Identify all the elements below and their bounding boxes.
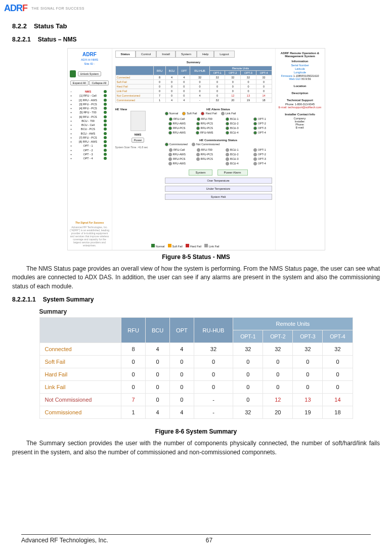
para-summary-section: The Summary section provides the user wi… [12,439,380,457]
nms-sidebar: ADRF ADX-H-NMS Site ID : Unlock System E… [68,49,112,250]
status-item: BCU-2 [220,122,245,125]
tree-node[interactable]: +[5] RFU - 700 [70,110,110,114]
status-item: RFU-AWS [165,122,190,125]
table-row: Link Fail00000000 [39,381,353,394]
status-item: RFU-700 [192,117,217,121]
tab-system[interactable]: System [176,51,197,58]
page-footer: Advanced RF Technologies, Inc. 67 [21,534,371,544]
footer-page-number: 67 [206,537,212,544]
expand-all-button[interactable]: Expand All [70,80,89,85]
commission-status-title: HE Commissioning Status [165,139,272,142]
status-item: BCU-3 [220,157,245,161]
status-item: BCU-2 [220,153,245,156]
site-id-label: Site ID : [70,62,110,65]
tree-node[interactable]: +[3] RFU - PCS [70,102,110,106]
system-summary-table: RFU BCU OPT RU-HUB Remote Units OPT-1OPT… [39,317,353,419]
nms-main-panel: StatusControlInstallSystemHelpLogout Sum… [112,49,275,250]
alarm-legend: Normal Soft Fail Hard Fail Link Fail [165,112,272,115]
tab-status[interactable]: Status [115,51,136,58]
status-item: BCU-4 [220,162,245,165]
info-panel: ADRF Remote Operation & Management Syste… [275,49,325,250]
status-item: OPT-2 [247,153,272,156]
summary-label: Summary [39,308,353,315]
tree-node[interactable]: +BCU - AWS [70,132,110,136]
tab-help[interactable]: Help [197,51,214,58]
figure-8-6-caption: Figure 8-6 System Summary [12,428,380,435]
table-row: Hard Fail00000000 [39,368,353,381]
power-alarm-button[interactable]: Power Alarm [217,169,248,176]
status-item: RFU-AWS [165,131,190,135]
tab-control[interactable]: Control [136,51,156,58]
status-item: RFU-700 [192,148,217,152]
status-item [192,162,217,165]
status-item: RFU-Cell [165,117,190,121]
heading-status-tab: 8.2.2Status Tab [12,22,380,30]
tab-logout[interactable]: Logout [214,51,234,58]
he-view-panel: HE View NMS Power System Scan Time : 41.… [115,108,161,200]
over-temp-label: Over Temperature [165,178,272,184]
tree-node[interactable]: +OPT - 1 [70,144,110,148]
status-item: BCU-1 [220,117,245,121]
status-item: OPT-3 [247,157,272,161]
power-button[interactable]: Power [132,138,145,143]
status-item: RFU-PCS [165,157,190,161]
status-item: RFU-AWS [165,153,190,156]
status-item: OPT-2 [247,122,272,125]
status-item: RFU-PCS [192,153,217,156]
summary-title: Summary [115,61,272,64]
tree-node[interactable]: +BCU - Cell [70,123,110,127]
status-item: BCU-4 [220,131,245,135]
tree-node[interactable]: +[7] RFU - PCS [70,136,110,140]
alarm-grid: RFU-CellRFU-700BCU-1OPT-1RFU-AWSRFU-PCSB… [165,117,272,135]
footer-company: Advanced RF Technologies, Inc. [21,537,108,544]
tab-install[interactable]: Install [156,51,176,58]
status-item: OPT-3 [247,126,272,130]
status-item: RFU-Cell [165,148,190,152]
unlock-system-button[interactable]: Unlock System [78,71,102,76]
tree-node[interactable]: +OPT - 3 [70,152,110,156]
tree-node[interactable]: +[6] RFU - PCS [70,115,110,119]
tree-node[interactable]: +[8] RFU - AWS [70,140,110,144]
status-item: OPT-1 [247,148,272,152]
footer-legend: Normal Soft Fail Hard Fail Link Fail [151,244,220,248]
summary-table-mini: RFU BCU OPT RU-HUB Remote Units OPT-1OPT… [115,66,272,103]
lock-icon [70,70,76,77]
status-item: RFU-PCS [165,126,190,130]
scan-time: System Scan Time : 41.8 sec [115,146,161,149]
para-nms-status: The NMS Status page provides an overall … [12,265,380,291]
table-row: Not Commissioned700-0121314 [39,394,353,406]
tree-node[interactable]: +BCU - PCS [70,127,110,131]
figure-8-6-table: Summary RFU BCU OPT RU-HUB Remote Units … [39,308,353,419]
table-row: Connected8443232323232 [39,343,353,356]
tree-node[interactable]: +BCU - 700 [70,119,110,123]
figure-8-5-screenshot: ADRF ADX-H-NMS Site ID : Unlock System E… [67,48,325,250]
heading-system-summary: 8.2.2.1.1System Summary [12,296,380,303]
status-item: RFU-PCS [192,157,217,161]
status-item: OPT-4 [247,162,272,165]
collapse-all-button[interactable]: Collapse All [89,80,109,85]
commission-legend: Commissioned Not Commissioned [165,143,272,146]
heading-status-nms: 8.2.2.1Status – NMS [12,36,380,43]
figure-8-5-caption: Figure 8-5 Status - NMS [12,253,380,261]
brand-logo: ADRF THE SIGNAL FOR SUCCESS [4,3,84,14]
logo-tagline: THE SIGNAL FOR SUCCESS [31,7,84,10]
sidebar-logo: ADRF [70,52,110,57]
logo-mark: ADRF [4,3,27,14]
sidebar-blurb: Advanced RF Technologies, Inc. ("ADRF") … [70,226,110,247]
tree-node[interactable]: +OPT - 4 [70,156,110,160]
status-item: RFU-NMS [192,131,217,135]
status-item: OPT-1 [247,117,272,121]
system-button[interactable]: System [189,169,212,176]
status-item: RFU-PCS [192,122,217,125]
status-item: OPT-4 [247,131,272,135]
tree-node[interactable]: +OPT - 2 [70,148,110,152]
tree-node[interactable]: +[4] RFU - PCS [70,106,110,110]
sidebar-tagline: The Signal For Success [70,221,110,224]
under-temp-label: Under Temperature [165,186,272,192]
status-item: BCU-1 [220,148,245,152]
tree-node[interactable]: +[1] RFU - Cell [70,94,110,98]
device-tree[interactable]: −NMS +[1] RFU - Cell+[2] RFU - AWS+[3] R… [70,90,110,160]
tower-icon [130,111,146,131]
tree-node[interactable]: +[2] RFU - AWS [70,98,110,102]
table-row: Soft Fail00000000 [39,356,353,368]
